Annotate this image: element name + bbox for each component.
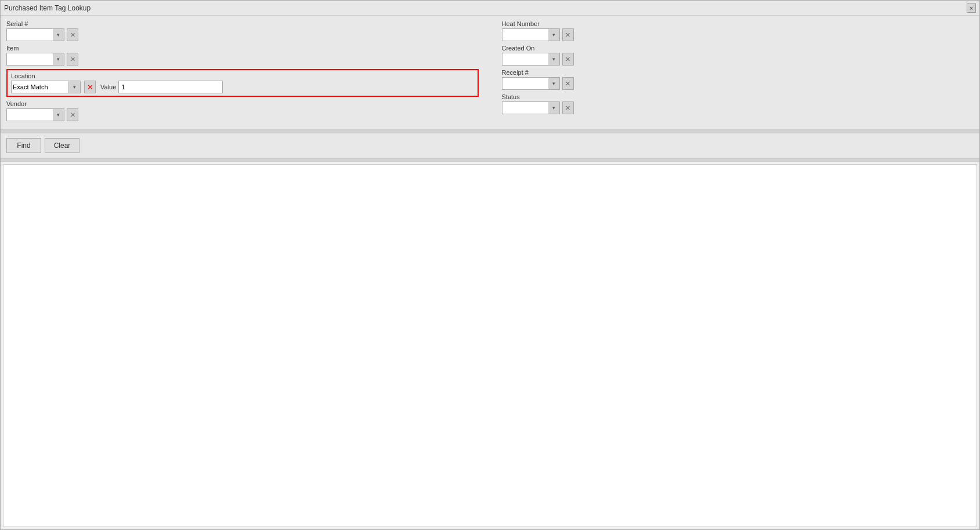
location-label: Location (11, 72, 474, 79)
results-area (3, 164, 977, 527)
clear-button[interactable]: Clear (45, 138, 79, 153)
vendor-select[interactable] (6, 108, 53, 121)
serial-label: Serial # (6, 20, 479, 27)
status-clear-btn[interactable]: ✕ (562, 101, 574, 114)
item-label: Item (6, 45, 479, 52)
location-field-row: ▾ ✕ Value (11, 81, 474, 93)
left-column: Serial # ▾ ✕ Item ▾ (6, 20, 479, 125)
created-on-clear-btn[interactable]: ✕ (562, 53, 574, 66)
vendor-select-wrapper: ▾ (6, 108, 64, 121)
created-on-label: Created On (502, 45, 974, 52)
receipt-select-wrapper: ▾ (502, 77, 560, 90)
serial-select-wrapper: ▾ (6, 28, 64, 41)
results-divider (1, 158, 979, 162)
created-on-field-row: ▾ ✕ (502, 53, 974, 66)
serial-select[interactable] (6, 28, 53, 41)
item-field-row: ▾ ✕ (6, 53, 479, 66)
vendor-field-group: Vendor ▾ ✕ (6, 100, 479, 121)
serial-field-group: Serial # ▾ ✕ (6, 20, 479, 41)
status-select[interactable] (502, 101, 548, 114)
location-field-group: Location ▾ ✕ Value (6, 69, 479, 97)
heat-number-field-group: Heat Number ▾ ✕ (502, 20, 974, 41)
serial-clear-btn[interactable]: ✕ (67, 28, 78, 41)
receipt-field-row: ▾ ✕ (502, 77, 974, 90)
receipt-label: Receipt # (502, 69, 974, 76)
fields-grid: Serial # ▾ ✕ Item ▾ (6, 20, 974, 125)
location-clear-btn[interactable]: ✕ (84, 81, 96, 93)
close-button[interactable]: × (967, 3, 976, 13)
status-field-row: ▾ ✕ (502, 101, 974, 114)
heat-number-field-row: ▾ ✕ (502, 28, 974, 41)
created-on-select-wrapper: ▾ (502, 53, 560, 66)
location-select-wrapper: ▾ (11, 81, 81, 93)
receipt-clear-btn[interactable]: ✕ (562, 77, 574, 90)
receipt-select[interactable] (502, 77, 548, 90)
vendor-clear-btn[interactable]: ✕ (67, 108, 78, 121)
status-dropdown-btn[interactable]: ▾ (548, 101, 560, 114)
heat-number-select-wrapper: ▾ (502, 28, 560, 41)
item-clear-btn[interactable]: ✕ (67, 53, 78, 66)
heat-number-label: Heat Number (502, 20, 974, 27)
receipt-field-group: Receipt # ▾ ✕ (502, 69, 974, 90)
receipt-dropdown-btn[interactable]: ▾ (548, 77, 560, 90)
item-select[interactable] (6, 53, 53, 66)
main-window: Purchased Item Tag Lookup × Serial # ▾ ✕ (0, 0, 980, 530)
title-bar: Purchased Item Tag Lookup × (1, 1, 979, 16)
heat-number-select[interactable] (502, 28, 548, 41)
value-label: Value (100, 84, 116, 90)
serial-field-row: ▾ ✕ (6, 28, 479, 41)
location-dropdown-btn[interactable]: ▾ (69, 81, 81, 93)
vendor-dropdown-btn[interactable]: ▾ (53, 108, 64, 121)
heat-number-dropdown-btn[interactable]: ▾ (548, 28, 560, 41)
heat-number-clear-btn[interactable]: ✕ (562, 28, 574, 41)
item-dropdown-btn[interactable]: ▾ (53, 53, 64, 66)
status-field-group: Status ▾ ✕ (502, 93, 974, 114)
status-label: Status (502, 93, 974, 100)
created-on-select[interactable] (502, 53, 548, 66)
item-field-group: Item ▾ ✕ (6, 45, 479, 66)
serial-dropdown-btn[interactable]: ▾ (53, 28, 64, 41)
location-match-select[interactable] (11, 81, 69, 93)
vendor-label: Vendor (6, 100, 479, 107)
created-on-dropdown-btn[interactable]: ▾ (548, 53, 560, 66)
vendor-field-row: ▾ ✕ (6, 108, 479, 121)
right-column: Heat Number ▾ ✕ Created On (502, 20, 974, 125)
find-button[interactable]: Find (6, 138, 41, 153)
status-select-wrapper: ▾ (502, 101, 560, 114)
window-title: Purchased Item Tag Lookup (4, 4, 91, 12)
search-panel: Serial # ▾ ✕ Item ▾ (1, 16, 979, 130)
item-select-wrapper: ▾ (6, 53, 64, 66)
action-bar: Find Clear (1, 133, 979, 158)
location-value-input[interactable] (118, 81, 223, 93)
created-on-field-group: Created On ▾ ✕ (502, 45, 974, 66)
